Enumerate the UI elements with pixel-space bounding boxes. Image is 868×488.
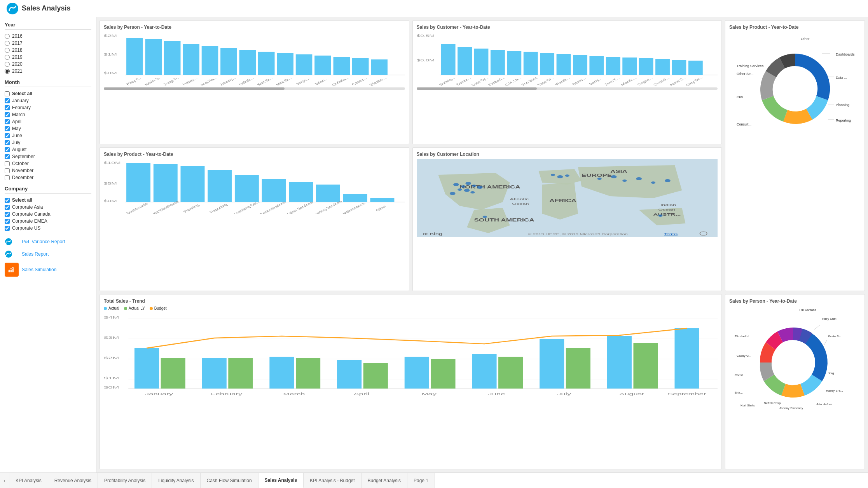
svg-text:Christ...: Christ... xyxy=(735,373,746,377)
month-check-april[interactable]: April xyxy=(5,118,91,125)
month-check-may[interactable]: May xyxy=(5,125,91,132)
chart-title-person-donut: Sales by Person - Year-to-Date xyxy=(729,298,861,304)
svg-text:Aria Hafner: Aria Hafner xyxy=(816,403,832,406)
svg-text:Mila St...: Mila St... xyxy=(274,77,293,86)
svg-point-126 xyxy=(461,185,465,188)
svg-text:AUSTR...: AUSTR... xyxy=(653,213,681,216)
month-check-december[interactable]: December xyxy=(5,174,91,181)
month-check-october[interactable]: October xyxy=(5,160,91,167)
svg-rect-174 xyxy=(633,343,658,389)
svg-rect-103 xyxy=(370,198,394,202)
svg-text:Neftali Crisp: Neftali Crisp xyxy=(764,401,781,405)
svg-text:Terms: Terms xyxy=(664,233,678,235)
svg-text:C.H. La...: C.H. La... xyxy=(503,76,522,86)
svg-text:Johnny...: Johnny... xyxy=(218,77,237,86)
svg-point-0 xyxy=(7,3,18,14)
svg-point-128 xyxy=(472,185,476,187)
year-radio-2019[interactable]: 2019 xyxy=(5,54,91,61)
company-check-corporatecanada[interactable]: Corporate Canada xyxy=(5,211,91,218)
svg-text:Hailey Bra...: Hailey Bra... xyxy=(826,389,843,392)
year-radio-2021[interactable]: 2021 xyxy=(5,68,91,75)
chart-title-product-donut: Sales by Product - Year-to-Date xyxy=(729,24,861,30)
svg-text:$10M: $10M xyxy=(104,160,121,164)
sidebar-link-sales[interactable]: Sales Report xyxy=(5,250,91,258)
svg-text:Wenth...: Wenth... xyxy=(554,77,571,86)
chart-title-trend: Total Sales - Trend xyxy=(104,298,718,304)
svg-rect-167 xyxy=(405,357,429,389)
pl-report-link[interactable]: P&L Variance Report xyxy=(22,239,65,244)
card-sales-by-person: Sales by Person - Year-to-Date $2M $1M $… xyxy=(100,20,409,144)
month-check-february[interactable]: February xyxy=(5,104,91,111)
svg-rect-94 xyxy=(126,163,150,202)
svg-rect-7 xyxy=(10,268,12,272)
svg-point-134 xyxy=(550,174,555,176)
svg-point-138 xyxy=(611,175,617,178)
company-check-selectall[interactable]: Select all xyxy=(5,197,91,204)
svg-rect-98 xyxy=(235,175,259,202)
svg-text:$1M: $1M xyxy=(104,376,119,380)
svg-text:Kevin S.: Kevin S. xyxy=(143,77,161,86)
company-check-corporateus[interactable]: Corporate US xyxy=(5,225,91,232)
svg-text:$0.0M: $0.0M xyxy=(417,58,435,62)
company-check-corporateasia[interactable]: Corporate Asia xyxy=(5,204,91,211)
solver-icon-pl xyxy=(5,238,19,246)
month-check-november[interactable]: November xyxy=(5,167,91,174)
svg-rect-57 xyxy=(655,59,670,75)
svg-rect-46 xyxy=(474,49,488,75)
month-check-march[interactable]: March xyxy=(5,111,91,118)
sidebar-link-sim[interactable]: Sales Simulation xyxy=(5,263,91,277)
svg-text:Sombr...: Sombr... xyxy=(455,77,472,86)
svg-text:Taco Gr...: Taco Gr... xyxy=(536,76,555,86)
svg-text:Riley C.: Riley C. xyxy=(125,77,142,86)
svg-point-137 xyxy=(597,178,601,180)
svg-point-133 xyxy=(449,192,455,195)
month-check-june[interactable]: June xyxy=(5,132,91,139)
sales-report-link[interactable]: Sales Report xyxy=(22,251,49,257)
svg-rect-163 xyxy=(269,357,294,389)
svg-text:$3M: $3M xyxy=(104,336,119,340)
sales-sim-link[interactable]: Sales Simulation xyxy=(22,267,56,272)
svg-text:Kurt Stults: Kurt Stults xyxy=(741,404,755,407)
svg-rect-22 xyxy=(296,54,313,75)
svg-rect-161 xyxy=(202,358,227,389)
person-donut-chart: Tim Santana Riley Cust Kevin Stu... Jorg… xyxy=(733,306,857,415)
svg-text:$1M: $1M xyxy=(104,52,117,56)
svg-text:August: August xyxy=(619,392,644,396)
svg-text:Customizations: Customizations xyxy=(258,200,287,213)
svg-rect-169 xyxy=(472,354,496,389)
svg-text:Other: Other xyxy=(374,205,388,212)
svg-text:Dashboards: Dashboards xyxy=(836,52,855,56)
month-check-september[interactable]: September xyxy=(5,153,91,160)
svg-point-136 xyxy=(565,174,569,177)
svg-text:Ocean: Ocean xyxy=(658,207,675,211)
svg-rect-56 xyxy=(639,58,653,75)
svg-text:$0M: $0M xyxy=(104,385,119,389)
svg-text:Foo Bars: Foo Bars xyxy=(520,77,538,86)
svg-text:March: March xyxy=(283,392,305,396)
year-radio-2020[interactable]: 2020 xyxy=(5,61,91,68)
svg-point-1 xyxy=(9,9,10,11)
svg-text:⊕ Bing: ⊕ Bing xyxy=(422,232,442,236)
month-checkbox-group: Select allJanuaryFebruaryMarchAprilMayJu… xyxy=(5,90,91,181)
company-section-title: Company xyxy=(5,186,91,193)
svg-point-139 xyxy=(622,180,627,182)
company-check-corporateemea[interactable]: Corporate EMEA xyxy=(5,218,91,225)
svg-text:Other Se...: Other Se... xyxy=(737,72,754,76)
year-radio-2016[interactable]: 2016 xyxy=(5,33,91,40)
year-radio-2018[interactable]: 2018 xyxy=(5,47,91,54)
svg-rect-23 xyxy=(314,56,331,75)
svg-text:September: September xyxy=(667,392,706,396)
month-check-august[interactable]: August xyxy=(5,146,91,153)
svg-text:Casey G...: Casey G... xyxy=(737,354,751,357)
legend-budget: Budget xyxy=(150,306,167,310)
svg-text:July: July xyxy=(557,392,571,396)
svg-point-186 xyxy=(772,341,814,384)
month-check-july[interactable]: July xyxy=(5,139,91,146)
svg-text:Training Services: Training Services xyxy=(737,64,764,68)
sidebar-link-pl[interactable]: P&L Variance Report xyxy=(5,238,91,246)
svg-rect-166 xyxy=(363,363,388,389)
year-radio-2017[interactable]: 2017 xyxy=(5,40,91,47)
svg-text:$0M: $0M xyxy=(104,199,117,202)
month-check-selectall[interactable]: Select all xyxy=(5,90,91,97)
month-check-january[interactable]: January xyxy=(5,97,91,104)
